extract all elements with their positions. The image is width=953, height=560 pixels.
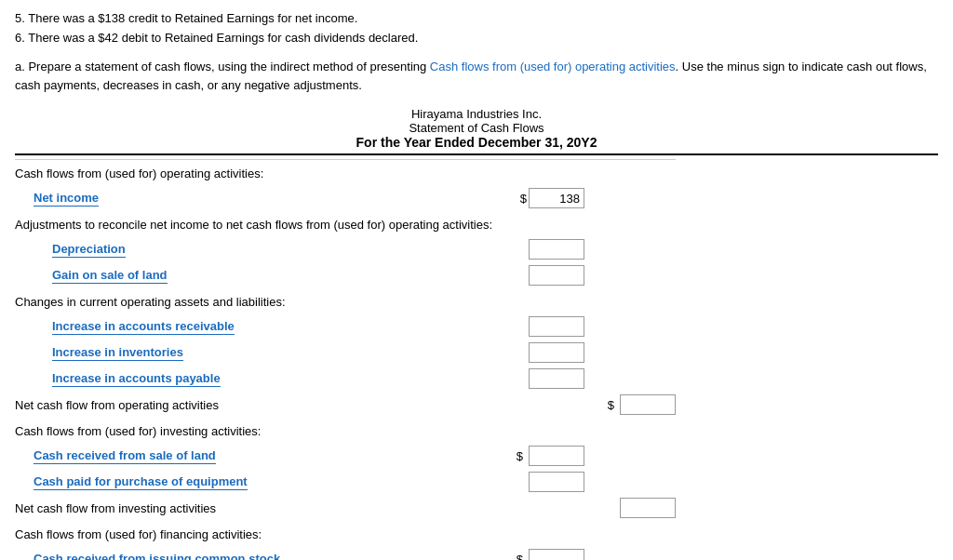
- net-income-value-col: $ 138: [510, 188, 584, 208]
- net-investing-input[interactable]: [620, 498, 676, 518]
- ar-label: Increase in accounts receivable: [15, 319, 510, 335]
- net-operating-input-col[interactable]: $: [592, 394, 676, 415]
- cash-purchase-equip-input-col[interactable]: [510, 472, 584, 492]
- inv-label: Increase in inventories: [15, 345, 510, 361]
- intro-prefix: a. Prepare a statement of cash flows, us…: [15, 60, 430, 73]
- statement-table: Cash flows from (used for) operating act…: [15, 159, 676, 560]
- financing-header-row: Cash flows from (used for) financing act…: [15, 521, 676, 546]
- gain-sale-land-input-col[interactable]: [510, 265, 584, 286]
- net-investing-row: Net cash flow from investing activities: [15, 495, 676, 521]
- investing-header-row: Cash flows from (used for) investing act…: [15, 418, 676, 443]
- cash-purchase-equip-link[interactable]: Cash paid for purchase of equipment: [34, 474, 248, 490]
- company-header: Hirayama Industries Inc. Statement of Ca…: [15, 107, 938, 155]
- period-line: For the Year Ended December 31, 20Y2: [15, 135, 938, 155]
- cash-common-stock-input-col[interactable]: $: [510, 549, 584, 560]
- inv-link[interactable]: Increase in inventories: [52, 345, 183, 361]
- cash-sale-land-input-col[interactable]: $: [510, 446, 584, 466]
- gain-sale-land-row: Gain on sale of land: [15, 262, 676, 288]
- cash-purchase-equip-row: Cash paid for purchase of equipment: [15, 469, 676, 495]
- cash-sale-land-link[interactable]: Cash received from sale of land: [34, 448, 216, 464]
- adjustments-header-row: Adjustments to reconcile net income to n…: [15, 211, 676, 236]
- ap-link[interactable]: Increase in accounts payable: [52, 371, 221, 387]
- net-operating-label: Net cash flow from operating activities: [15, 398, 510, 412]
- depreciation-input[interactable]: [529, 239, 584, 260]
- ar-input-col[interactable]: [510, 316, 584, 337]
- intro-paragraph: a. Prepare a statement of cash flows, us…: [15, 58, 938, 97]
- note-6: 6. There was a $42 debit to Retained Ear…: [15, 29, 938, 48]
- adjustments-header: Adjustments to reconcile net income to n…: [15, 214, 676, 233]
- ap-row: Increase in accounts payable: [15, 366, 676, 392]
- gain-sale-land-label: Gain on sale of land: [15, 268, 510, 284]
- inv-input[interactable]: [529, 342, 584, 363]
- investing-header: Cash flows from (used for) investing act…: [15, 420, 676, 440]
- net-income-display: 138: [529, 188, 584, 208]
- cash-common-stock-row: Cash received from issuing common stock …: [15, 546, 676, 560]
- cash-sale-land-input[interactable]: [529, 446, 584, 466]
- company-name: Hirayama Industries Inc.: [15, 107, 938, 121]
- cash-common-stock-link[interactable]: Cash received from issuing common stock: [34, 552, 280, 560]
- ap-input[interactable]: [529, 368, 584, 389]
- changes-header-row: Changes in current operating assets and …: [15, 288, 676, 313]
- changes-header: Changes in current operating assets and …: [15, 291, 676, 311]
- gain-sale-land-link[interactable]: Gain on sale of land: [52, 268, 168, 284]
- ap-input-col[interactable]: [510, 368, 584, 389]
- gain-sale-land-input[interactable]: [529, 265, 584, 286]
- depreciation-link[interactable]: Depreciation: [52, 242, 126, 258]
- net-income-link[interactable]: Net income: [34, 191, 99, 207]
- depreciation-input-col[interactable]: [510, 239, 584, 260]
- cash-sale-land-row: Cash received from sale of land $: [15, 443, 676, 469]
- top-notes: 5. There was a $138 credit to Retained E…: [15, 9, 938, 48]
- depreciation-row: Depreciation: [15, 236, 676, 262]
- operating-header: Cash flows from (used for) operating act…: [15, 163, 676, 182]
- cash-purchase-equip-input[interactable]: [529, 472, 584, 492]
- operating-header-row: Cash flows from (used for) operating act…: [15, 160, 676, 185]
- net-investing-input-col[interactable]: [592, 498, 676, 518]
- note-5: 5. There was a $138 credit to Retained E…: [15, 9, 938, 29]
- ar-link[interactable]: Increase in accounts receivable: [52, 319, 235, 335]
- cash-purchase-equip-label: Cash paid for purchase of equipment: [15, 474, 510, 490]
- financing-header: Cash flows from (used for) financing act…: [15, 524, 676, 543]
- inv-input-col[interactable]: [510, 342, 584, 363]
- cash-sale-land-label: Cash received from sale of land: [15, 448, 510, 464]
- ap-label: Increase in accounts payable: [15, 371, 510, 387]
- net-income-row: Net income $ 138: [15, 185, 676, 211]
- intro-highlight: Cash flows from (used for) operating act…: [430, 60, 676, 73]
- cash-common-stock-input[interactable]: [529, 549, 584, 560]
- net-operating-row: Net cash flow from operating activities …: [15, 392, 676, 418]
- depreciation-label: Depreciation: [15, 242, 510, 258]
- statement-title: Statement of Cash Flows: [15, 121, 938, 135]
- ar-input[interactable]: [529, 316, 584, 337]
- ar-row: Increase in accounts receivable: [15, 313, 676, 340]
- inv-row: Increase in inventories: [15, 340, 676, 366]
- net-investing-label: Net cash flow from investing activities: [15, 501, 510, 515]
- net-operating-input[interactable]: [620, 394, 676, 415]
- cash-common-stock-label: Cash received from issuing common stock: [15, 552, 510, 560]
- net-income-label: Net income: [15, 191, 510, 207]
